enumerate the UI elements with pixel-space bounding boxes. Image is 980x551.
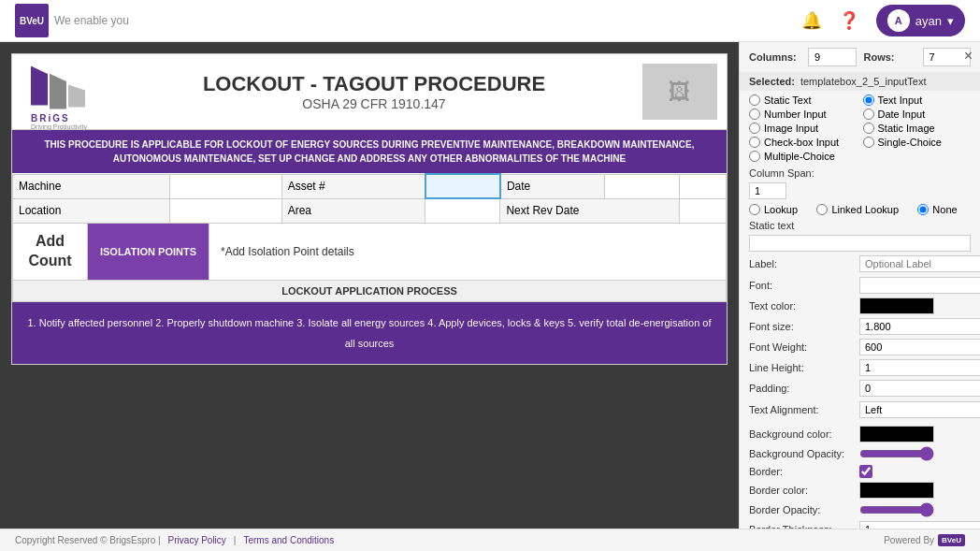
navbar-left: BVeU We enable you (15, 4, 129, 37)
form-subtitle: OSHA 29 CFR 1910.147 (106, 96, 642, 111)
radio-static-text[interactable]: Static Text (749, 94, 858, 106)
font-weight-label: Font Weight: (749, 341, 852, 353)
lookup-radios: Lookup Linked Lookup None (740, 201, 980, 218)
none-label: None (932, 204, 957, 215)
radio-multiple-choice[interactable]: Multiple-Choice (749, 151, 971, 162)
date-label: Date (500, 174, 605, 198)
font-input[interactable] (859, 277, 980, 294)
border-opacity-slider[interactable] (859, 502, 934, 517)
radio-text-input[interactable]: Text Input (863, 94, 972, 106)
border-row: Border: (740, 463, 980, 480)
extra-cell-1 (680, 174, 727, 198)
static-text-input[interactable] (749, 235, 971, 252)
location-label: Location (13, 198, 170, 223)
form-header: BRiGS Driving Productivity LOCKOUT - TAG… (12, 54, 727, 130)
location-value[interactable] (169, 198, 281, 223)
column-span-input-row (740, 181, 980, 201)
right-panel: × Columns: Rows: Selected: templatebox_2… (739, 42, 980, 529)
image-placeholder-icon: 🖼 (669, 79, 691, 105)
footer-right: Powered By BVeU (884, 534, 965, 546)
border-label: Border: (749, 466, 852, 477)
powered-by-text: Powered By (884, 535, 934, 545)
help-icon[interactable]: ❓ (839, 10, 859, 31)
border-checkbox[interactable] (859, 465, 872, 478)
border-thickness-row: Border Thickness: (740, 519, 980, 529)
font-size-row: Font size: (740, 316, 980, 337)
text-align-label: Text Alignment: (749, 404, 852, 415)
bg-opacity-slider[interactable] (859, 446, 934, 461)
privacy-policy-link[interactable]: Privacy Policy (168, 535, 226, 545)
purple-banner: THIS PROCEDURE IS APPLICABLE FOR LOCKOUT… (12, 130, 727, 173)
column-span-row: Column Span: (740, 166, 980, 181)
chevron-down-icon: ▾ (947, 14, 954, 28)
text-color-label: Text color: (749, 300, 852, 312)
bg-color-swatch[interactable] (859, 426, 934, 442)
navbar-right: 🔔 ❓ A ayan ▾ (801, 5, 965, 36)
bg-opacity-label: Background Opacity: (749, 448, 852, 459)
label-field-label: Label: (749, 258, 852, 269)
info-table: Machine Asset # Date Location Area Next … (12, 173, 727, 224)
form-container: BRiGS Driving Productivity LOCKOUT - TAG… (11, 53, 728, 365)
process-steps: 1. Notify affected personnel 2. Properly… (12, 302, 727, 364)
radio-date-input[interactable]: Date Input (863, 109, 972, 120)
selected-value: templatebox_2_5_inputText (800, 76, 927, 87)
asset-value[interactable] (425, 174, 500, 198)
lookup-label: Lookup (764, 204, 798, 215)
multiple-choice-label: Multiple-Choice (764, 151, 835, 162)
static-text-label: Static Text (764, 94, 812, 106)
radio-number-input[interactable]: Number Input (749, 109, 858, 120)
terms-link[interactable]: Terms and Conditions (243, 535, 334, 545)
form-panel: BRiGS Driving Productivity LOCKOUT - TAG… (0, 42, 739, 529)
radio-image-input[interactable]: Image Input (749, 123, 858, 134)
radio-static-image[interactable]: Static Image (863, 123, 972, 134)
radio-lookup[interactable]: Lookup (749, 204, 811, 215)
text-input-label: Text Input (878, 94, 923, 106)
machine-value[interactable] (169, 174, 281, 198)
border-opacity-row: Border Opacity: (740, 500, 980, 519)
text-color-swatch[interactable] (859, 297, 934, 314)
columns-input[interactable] (808, 48, 857, 66)
label-input[interactable] (859, 255, 980, 272)
linked-lookup-label: Linked Lookup (831, 204, 899, 215)
close-button[interactable]: × (964, 48, 973, 65)
bg-color-row: Background color: (740, 424, 980, 444)
padding-row: Padding: (740, 378, 980, 399)
bell-icon[interactable]: 🔔 (801, 10, 822, 31)
date-input-label: Date Input (878, 109, 926, 120)
main-layout: BRiGS Driving Productivity LOCKOUT - TAG… (0, 42, 980, 529)
checkbox-input-label: Check-box Input (764, 137, 839, 148)
isolation-detail-cell[interactable]: *Add Isolation Point details (209, 224, 726, 280)
text-color-row: Text color: (740, 296, 980, 316)
border-thickness-input[interactable] (859, 521, 980, 529)
font-weight-input[interactable] (859, 339, 980, 355)
asset-label: Asset # (281, 174, 425, 198)
line-height-input[interactable] (859, 359, 980, 376)
radio-checkbox-input[interactable]: Check-box Input (749, 137, 858, 148)
label-row: Label: (740, 254, 980, 274)
radio-single-choice[interactable]: Single-Choice (863, 137, 972, 148)
line-height-row: Line Height: (740, 357, 980, 378)
next-rev-label: Next Rev Date (500, 198, 680, 223)
font-size-label: Font size: (749, 321, 852, 332)
radio-linked-lookup[interactable]: Linked Lookup (816, 204, 912, 215)
next-rev-value[interactable] (680, 198, 727, 223)
footer-separator: | (234, 535, 237, 545)
selected-label: Selected: (749, 76, 795, 87)
image-input-label: Image Input (764, 123, 818, 134)
static-text-input-row (740, 233, 980, 254)
text-align-input[interactable] (859, 401, 980, 418)
navbar: BVeU We enable you 🔔 ❓ A ayan ▾ (0, 0, 980, 42)
padding-input[interactable] (859, 380, 980, 397)
radio-none[interactable]: None (917, 204, 971, 215)
font-label: Font: (749, 280, 852, 291)
add-count-cell[interactable]: Add Count (13, 224, 88, 280)
date-value[interactable] (605, 174, 680, 198)
font-size-input[interactable] (859, 318, 980, 335)
font-weight-row: Font Weight: (740, 337, 980, 357)
table-row-1: Machine Asset # Date (13, 174, 727, 198)
line-height-label: Line Height: (749, 362, 852, 373)
column-span-input[interactable] (749, 182, 786, 199)
border-color-swatch[interactable] (859, 482, 934, 499)
area-value[interactable] (425, 198, 500, 223)
user-menu-button[interactable]: A ayan ▾ (876, 5, 965, 36)
